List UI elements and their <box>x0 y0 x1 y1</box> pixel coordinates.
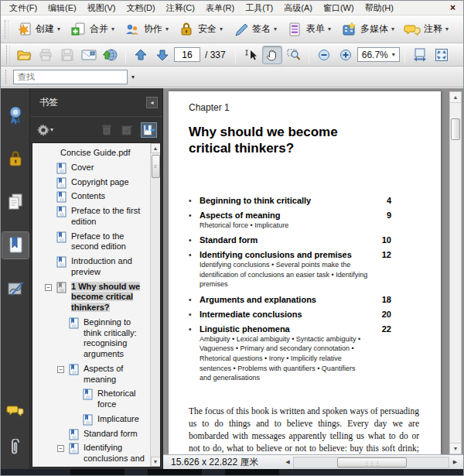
scroll-up-icon[interactable]: ▲ <box>450 92 461 103</box>
menu-advanced[interactable]: 高级(A) <box>278 1 318 15</box>
chevron-down-icon: ▾ <box>50 126 53 133</box>
hand-tool-button[interactable] <box>262 46 282 64</box>
document-scrollbar[interactable]: ▲ ▼ <box>449 91 462 454</box>
save-button[interactable] <box>57 46 77 64</box>
scroll-up-icon[interactable]: ▲ <box>151 143 161 153</box>
bookmark-item[interactable]: Introduction and preview <box>32 255 150 280</box>
zoom-level-value: 66.7% <box>362 50 388 60</box>
scroll-right-icon[interactable]: ▶ <box>449 457 461 468</box>
menu-tools[interactable]: 工具(T) <box>240 1 278 15</box>
expand-current-bookmark-button[interactable] <box>142 123 156 137</box>
app-window: 文件(F) 编辑(E) 视图(V) 文档(D) 注释(C) 表单(R) 工具(T… <box>0 0 464 476</box>
scroll-down-icon[interactable]: ▼ <box>151 457 161 467</box>
bookmark-page-icon <box>69 429 79 440</box>
signatures-tab-button[interactable] <box>2 102 29 128</box>
paperclip-icon <box>7 439 24 457</box>
upload-web-button[interactable] <box>101 46 121 64</box>
toc-row: •Beginning to think critically4 <box>189 196 391 205</box>
find-dropdown-button[interactable]: ▾ <box>128 72 138 82</box>
pages-tab-button[interactable] <box>2 189 29 215</box>
bookmark-item[interactable]: Copyright page <box>32 176 150 190</box>
bookmark-page-icon <box>69 364 79 375</box>
collapse-expander-icon[interactable]: − <box>57 445 64 452</box>
toolbar-separator <box>235 46 236 63</box>
page-number-input[interactable] <box>174 47 200 62</box>
scrollbar-thumb[interactable] <box>451 118 460 140</box>
close-icon[interactable]: × <box>445 2 460 13</box>
chevron-down-icon: ▾ <box>328 26 331 33</box>
open-file-button[interactable] <box>14 46 34 64</box>
toc-subtopics: Identifying conclusions • Several points… <box>200 260 368 289</box>
chevron-down-icon: ▾ <box>391 26 394 33</box>
multimedia-button[interactable]: 多媒体▾ <box>336 19 399 40</box>
chevron-down-icon: ▾ <box>111 26 114 33</box>
bookmark-item-selected[interactable]: −1 Why should we become critical thinker… <box>32 280 150 316</box>
attachments-tab-button[interactable] <box>2 435 29 461</box>
sign-icon <box>232 21 249 38</box>
bookmark-item[interactable]: −Aspects of meaning <box>32 362 150 388</box>
marquee-zoom-button[interactable] <box>284 46 304 64</box>
bookmark-item[interactable]: Rhetorical force <box>32 387 150 413</box>
combine-button[interactable]: 合并▾ <box>65 19 119 40</box>
bookmark-item[interactable]: Preface to the first edition <box>32 204 150 230</box>
chapter-toc: •Beginning to think critically4 •Aspects… <box>189 196 419 383</box>
menu-file[interactable]: 文件(F) <box>4 1 43 15</box>
menu-window[interactable]: 窗口(W) <box>318 1 360 15</box>
signature-stamp-tab-button[interactable] <box>2 276 29 302</box>
bookmark-item[interactable]: Cover <box>32 161 150 176</box>
select-tool-button[interactable] <box>241 46 261 64</box>
bookmarks-tab-button[interactable] <box>2 232 29 259</box>
scroll-left-icon[interactable]: ◀ <box>281 457 293 468</box>
print-button[interactable] <box>36 46 56 64</box>
next-page-button[interactable] <box>152 46 172 64</box>
delete-bookmark-button[interactable] <box>101 123 113 136</box>
bookmarks-scrollbar[interactable]: ▲ ≡ ▼ <box>150 143 160 467</box>
set-destination-button[interactable] <box>121 124 134 136</box>
scrollbar-thumb[interactable]: ⋮⋮⋮ <box>337 457 407 467</box>
menu-forms[interactable]: 表单(R) <box>200 1 240 15</box>
sign-button[interactable]: 签名▾ <box>227 19 281 40</box>
fit-page-button[interactable] <box>432 46 452 64</box>
menu-help[interactable]: 帮助(H) <box>360 1 399 15</box>
menu-document[interactable]: 文档(D) <box>121 1 160 15</box>
email-button[interactable] <box>79 46 99 64</box>
toolbar-grip[interactable] <box>5 70 9 84</box>
bookmark-item[interactable]: Standard form <box>32 427 150 442</box>
zoom-in-button[interactable] <box>336 46 356 64</box>
scroll-down-icon[interactable]: ▼ <box>450 443 461 454</box>
menu-edit[interactable]: 编辑(E) <box>43 1 82 15</box>
zoom-level-dropdown[interactable]: 66.7% ▾ <box>357 47 400 62</box>
navigation-rail <box>1 88 30 469</box>
bookmark-item[interactable]: −Identifying conclusions and <box>32 441 150 467</box>
bookmark-item[interactable]: Beginning to think critically: recognisi… <box>32 316 150 362</box>
find-input[interactable] <box>13 70 128 84</box>
bookmark-item[interactable]: Implicature <box>32 413 150 427</box>
bookmark-options-button[interactable]: ▾ <box>36 123 53 137</box>
comment-button[interactable]: 注释▾ <box>399 19 453 40</box>
secure-button[interactable]: 安全▾ <box>173 19 227 40</box>
collapse-expander-icon[interactable]: − <box>57 366 64 373</box>
bookmark-item-root[interactable]: Concise Guide.pdf <box>32 146 150 161</box>
scrollbar-thumb[interactable]: ≡ <box>152 155 160 178</box>
collapse-expander-icon[interactable]: − <box>45 284 52 291</box>
toolbar-grip[interactable] <box>5 20 9 39</box>
toolbar-grip[interactable] <box>6 46 10 64</box>
menu-view[interactable]: 视图(V) <box>82 1 121 15</box>
chevron-down-icon: ▾ <box>165 26 169 33</box>
create-button[interactable]: 创建▾ <box>11 19 65 40</box>
bookmark-item[interactable]: Preface to the second edition <box>32 230 150 255</box>
toc-row: •Linguistic phenomena22 <box>189 324 391 334</box>
forms-button[interactable]: 表单▾ <box>281 19 336 40</box>
collaborate-button[interactable]: 协作▾ <box>119 19 173 40</box>
panel-collapse-button[interactable]: ◂ <box>146 97 158 108</box>
previous-page-button[interactable] <box>131 46 151 64</box>
scrollbar-track[interactable]: ⋮⋮⋮ <box>293 457 449 468</box>
security-tab-button[interactable] <box>2 146 29 172</box>
fit-width-button[interactable] <box>410 46 430 64</box>
zoom-out-button[interactable] <box>314 46 334 64</box>
comments-tab-button[interactable] <box>2 398 29 424</box>
horizontal-scrollbar[interactable]: ◀ ⋮⋮⋮ ▶ <box>281 457 461 468</box>
menu-comments[interactable]: 注释(C) <box>161 1 200 15</box>
bookmark-item[interactable]: Contents <box>32 190 150 204</box>
bookmark-page-icon <box>56 256 67 268</box>
